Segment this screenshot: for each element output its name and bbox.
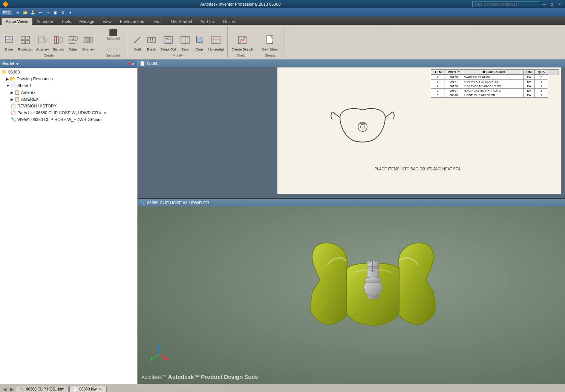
content-area: 📄 06380 ITEM PART # DESCRIPTION UM QPA 2 <box>138 60 565 384</box>
qa-redo[interactable]: ↪ <box>44 9 51 16</box>
tab-environments[interactable]: Environments <box>116 18 149 25</box>
connector-button[interactable]: — Connector <box>104 41 122 53</box>
model-panel-pin[interactable]: 📌 <box>126 62 130 66</box>
tab-get-started[interactable]: Get Started <box>167 18 196 25</box>
brand-text: Autodesk™ Autodesk™ Product Design Suite <box>141 374 258 380</box>
tree-item-sheet1[interactable]: ▼ 📄 Sheet:1 <box>0 82 137 89</box>
sketch-buttons: Create Sketch <box>230 26 254 53</box>
drawing-canvas[interactable]: ITEM PART # DESCRIPTION UM QPA 2 06178 W… <box>277 67 561 194</box>
crop-label: Crop <box>196 47 203 52</box>
tab-add-ins[interactable]: Add-Ins <box>196 18 219 25</box>
overlay-button[interactable]: Overlay <box>81 26 95 53</box>
tree-item-amerex1[interactable]: ▶ 📋 Amerex <box>0 89 137 96</box>
search-input[interactable] <box>472 1 540 7</box>
ribbon-panel: Base Projected Auxiliary Section <box>0 25 565 60</box>
bom-desc-2: SCREW CAP #8-32 1/2 SS <box>463 84 524 89</box>
revision-icon: 📋 <box>11 103 16 109</box>
bom-header-um: UM <box>524 70 535 75</box>
section-button[interactable]: Section <box>51 26 66 53</box>
bom-qpa-2: 1 <box>535 84 548 89</box>
bom-qpa-0: 2 <box>535 75 548 80</box>
ribbon-group-sheets: New Sheet Sheets <box>257 26 283 58</box>
tree-amerex2-expand: ▶ <box>11 97 14 101</box>
draft-label: Draft <box>133 47 141 52</box>
create-sketch-button[interactable]: Create Sketch <box>230 26 254 53</box>
tab-vault[interactable]: Vault <box>149 18 167 25</box>
projected-button[interactable]: Projected <box>17 26 34 53</box>
auxiliary-button[interactable]: Auxiliary <box>35 26 51 53</box>
part-title-bar: 🔧 06380 CLIP HOSE W_HDWR GR <box>138 199 565 207</box>
break-out-button[interactable]: Break Out <box>159 26 178 53</box>
scroll-tabs-left[interactable]: ◀ <box>2 387 8 392</box>
qa-save[interactable]: 💾 <box>29 9 36 16</box>
drawing-note: PLACE ITEMS INTO BAG (00167) AND HEAT SE… <box>375 167 464 171</box>
qa-more[interactable]: ▾ <box>67 9 74 16</box>
main-area: Model ▼ 📌 ✕ 📁 06380 ▶ 📂 Drawing Resource… <box>0 60 565 384</box>
amerex1-icon: 📋 <box>14 90 20 95</box>
tab-manage[interactable]: Manage <box>75 18 98 25</box>
tab-view[interactable]: View <box>98 18 116 25</box>
bom-desc-4: HOSE CLIP MS 50 GR <box>463 93 524 98</box>
close-button[interactable]: ✕ <box>556 1 563 8</box>
svg-rect-5 <box>21 36 25 39</box>
tree-expand-icon: ▶ <box>6 77 9 81</box>
svg-rect-15 <box>69 37 75 43</box>
part-viewport[interactable]: 🔧 06380 CLIP HOSE W_HDWR GR <box>138 199 565 384</box>
slice-button[interactable]: Slice <box>178 26 192 53</box>
auxiliary-icon <box>37 35 48 47</box>
tree-item-parts-list[interactable]: 📋 Parts List:06380 CLIP HOSE W_HDWR GR.i… <box>0 109 137 116</box>
create-sketch-icon <box>237 35 248 47</box>
draft-button[interactable]: Draft <box>130 26 144 53</box>
minimize-button[interactable]: — <box>541 1 548 8</box>
break-button[interactable]: Break <box>145 26 158 53</box>
tree-view1-label: VIEW1:06380 CLIP HOSE W_HDWR GR.iam <box>17 117 102 122</box>
nailboard-buttons: ⬛ Nailboard — Connector <box>104 26 122 53</box>
crop-button[interactable]: Crop <box>193 26 206 53</box>
tree-item-drawing-resources[interactable]: ▶ 📂 Drawing Resources <box>0 75 137 82</box>
tab-iam-file[interactable]: 🔧 06380 CLIP HOS...iam <box>16 386 69 392</box>
tree-item-revision[interactable]: 📋 REVISION HISTORY <box>0 103 137 109</box>
qa-options[interactable]: ⚙ <box>60 9 66 16</box>
qa-new[interactable]: ⊕ <box>14 9 21 16</box>
section-label: Section <box>53 47 64 52</box>
scroll-tabs-right[interactable]: ▶ <box>9 387 15 392</box>
bom-part-0: 06178 <box>444 75 463 80</box>
svg-rect-34 <box>197 38 202 41</box>
tab-iam-label: 06380 CLIP HOS...iam <box>26 387 64 391</box>
tree-item-amerex2[interactable]: ▶ 📋 AMEREX <box>0 96 137 103</box>
svg-text:Y: Y <box>150 359 152 362</box>
break-label: Break <box>147 47 156 52</box>
ribbon-tabs: Place Views Annotate Tools Manage View E… <box>0 17 565 25</box>
model-panel-header[interactable]: Model ▼ 📌 ✕ <box>0 60 137 68</box>
bom-qpa-1: 1 <box>535 80 548 84</box>
horizontal-button[interactable]: AB Horizontal <box>207 26 225 53</box>
tab-online[interactable]: Online <box>219 18 239 25</box>
bom-row-2: 4 06176 SCREW CAP #8-32 1/2 SS EA 1 <box>431 84 559 89</box>
model-panel-title: Model ▼ <box>2 61 20 66</box>
tab-tools[interactable]: Tools <box>57 18 75 25</box>
new-sheet-button[interactable]: New Sheet <box>260 26 280 53</box>
part-3d-area[interactable]: Z X Y Autodesk™ Autodesk™ Product Design… <box>138 207 565 384</box>
qa-select[interactable]: ▣ <box>52 9 59 16</box>
tab-place-views[interactable]: Place Views <box>2 18 32 25</box>
base-button[interactable]: Base <box>2 26 16 53</box>
tree-item-root[interactable]: 📁 06380 <box>0 69 137 75</box>
tab-idw-file[interactable]: 📄 06380.idw ✕ <box>69 386 107 392</box>
tree-item-view1[interactable]: 🔧 VIEW1:06380 CLIP HOSE W_HDWR GR.iam <box>0 116 137 123</box>
svg-point-52 <box>364 277 381 283</box>
nailboard-button[interactable]: ⬛ Nailboard <box>104 28 122 40</box>
svg-rect-14 <box>60 38 63 42</box>
qa-open[interactable]: 📂 <box>22 9 29 16</box>
tab-annotate[interactable]: Annotate <box>32 18 57 25</box>
drawing-viewport[interactable]: 📄 06380 ITEM PART # DESCRIPTION UM QPA 2 <box>138 60 565 199</box>
break-out-icon <box>163 35 173 47</box>
tab-idw-close[interactable]: ✕ <box>98 387 103 391</box>
detail-button[interactable]: Detail <box>66 26 80 53</box>
qa-undo[interactable]: ↩ <box>37 9 44 16</box>
axes-indicator: Z X Y <box>149 344 168 363</box>
part-window-icon: 🔧 <box>140 201 145 205</box>
title-bar-controls[interactable]: — □ ✕ <box>472 1 563 8</box>
sheets-buttons: New Sheet <box>260 26 280 53</box>
maximize-button[interactable]: □ <box>548 1 555 8</box>
model-panel-close[interactable]: ✕ <box>132 62 135 66</box>
